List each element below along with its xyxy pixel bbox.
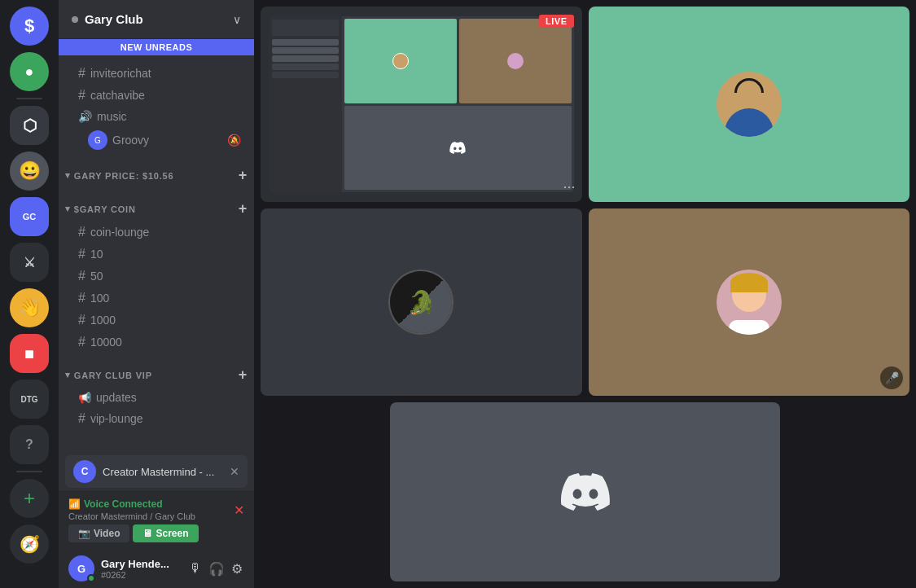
preview-main [342, 16, 574, 192]
channel-label: 10 [90, 248, 103, 261]
section-add-button[interactable]: + [239, 366, 248, 384]
channel-coin-lounge[interactable]: # coin-lounge [65, 222, 248, 243]
video-cam-icon: 📷 [78, 528, 90, 539]
video-button[interactable]: 📷 Video [68, 524, 129, 542]
server-icon-smiley[interactable]: 😀 [10, 151, 49, 191]
sidebar-divider-2 [16, 471, 42, 472]
dm-close-button[interactable]: ✕ [230, 465, 239, 478]
user-info: Gary Hende... #0262 [101, 558, 181, 580]
voice-channel-name: Creator Mastermind / Gary Club [68, 511, 195, 521]
server-icon-dtg[interactable]: DTG [10, 380, 49, 419]
channel-50[interactable]: # 50 [65, 265, 248, 287]
channel-hash-icon: # [78, 225, 85, 239]
explore-button[interactable]: 🧭 [10, 524, 49, 564]
voice-connected-info: 📶 Voice Connected Creator Mastermind / G… [68, 498, 195, 521]
server-header[interactable]: Gary Club ∨ [59, 0, 254, 39]
headset-arc [734, 78, 764, 93]
groovy-avatar: G [88, 130, 107, 150]
new-unreads-banner[interactable]: NEW UNREADS [59, 39, 254, 55]
section-header-left: ▾ $GARY COIN [65, 204, 136, 214]
channel-1000[interactable]: # 1000 [65, 309, 248, 331]
channel-hash-icon: # [78, 247, 85, 261]
user-controls: 🎙 🎧 ⚙ [187, 559, 244, 578]
channel-10[interactable]: # 10 [65, 244, 248, 265]
channel-label: 10000 [90, 336, 122, 349]
user-discriminator: #0262 [101, 570, 181, 580]
section-header-left: ▾ GARY CLUB VIP [65, 370, 152, 380]
preview-channel [272, 55, 339, 62]
server-icon-warrior[interactable]: ⚔ [10, 243, 49, 282]
section-label: GARY PRICE: $10.56 [74, 171, 174, 181]
deafen-button[interactable]: 🎧 [207, 559, 226, 578]
section-gary-coin[interactable]: ▾ $GARY COIN + [59, 187, 254, 221]
video-tile-headset [589, 7, 910, 202]
voice-connected-label: 📶 Voice Connected [68, 498, 195, 510]
server-icon-mystery[interactable]: ? [10, 425, 49, 464]
channel-label: updates [96, 391, 137, 404]
server-icon-green[interactable]: ● [10, 52, 49, 91]
user-panel: G Gary Hende... #0262 🎙 🎧 ⚙ [59, 549, 254, 588]
preview-header [272, 20, 339, 36]
user-avatar: G [68, 555, 94, 581]
preview-sidebar [269, 16, 342, 192]
preview-channel [272, 39, 339, 46]
screen-preview [269, 16, 574, 192]
blond-face-bg [717, 270, 782, 335]
section-label: $GARY COIN [74, 204, 136, 214]
screen-share-button[interactable]: 🖥 Screen [133, 524, 198, 542]
preview-thumb-discord [344, 106, 572, 191]
section-gary-price[interactable]: ▾ GARY PRICE: $10.56 + [59, 154, 254, 187]
channel-catchavibe[interactable]: # catchavibe [65, 85, 248, 106]
blond-avatar [717, 270, 782, 335]
channel-updates[interactable]: 📢 updates [65, 388, 248, 407]
announce-icon: 📢 [78, 392, 91, 404]
channel-10000[interactable]: # 10000 [65, 331, 248, 353]
discord-logo-svg [561, 467, 610, 516]
add-server-button[interactable]: + [10, 479, 49, 518]
section-collapse-icon: ▾ [65, 370, 71, 380]
mute-button[interactable]: 🎙 [187, 559, 204, 577]
server-icon-wave[interactable]: 👋 [10, 288, 49, 327]
channel-100[interactable]: # 100 [65, 287, 248, 309]
channel-inviteorchat[interactable]: # inviteorichat [65, 63, 248, 84]
server-name: Gary Club [85, 12, 143, 26]
server-icon-red-box[interactable]: ■ [10, 334, 49, 373]
mini-avatar [507, 53, 524, 69]
channel-panel: Gary Club ∨ NEW UNREADS # inviteorichat … [59, 0, 254, 588]
server-icon-gary-club[interactable]: GC [10, 197, 49, 236]
preview-thumb-green [344, 19, 457, 103]
section-gary-club-vip[interactable]: ▾ GARY CLUB VIP + [59, 353, 254, 387]
voice-connected-row: 📶 Voice Connected Creator Mastermind / G… [68, 498, 244, 521]
user-avatar-letter: G [77, 563, 85, 575]
sidebar-divider-1 [16, 98, 42, 99]
dm-notification[interactable]: C Creator Mastermind - ... ✕ [65, 455, 248, 488]
user-settings-button[interactable]: ⚙ [230, 559, 244, 578]
live-badge: LIVE [539, 15, 573, 28]
section-add-button[interactable]: + [239, 200, 248, 217]
disconnect-button[interactable]: ✕ [234, 502, 244, 518]
section-add-button[interactable]: + [239, 167, 248, 184]
channel-hash-icon: # [78, 269, 85, 283]
headset-avatar [717, 72, 782, 137]
channel-vip-lounge[interactable]: # vip-lounge [65, 408, 248, 429]
voice-controls: 📷 Video 🖥 Screen [68, 524, 244, 542]
server-icon-dark[interactable]: ⬡ [10, 106, 49, 145]
channel-label: inviteorichat [90, 67, 151, 80]
more-options-button[interactable]: ··· [563, 178, 575, 195]
mini-discord-logo [449, 142, 466, 154]
croc-avatar: 🐊 [388, 270, 454, 335]
channel-music[interactable]: 🔊 music [65, 107, 248, 126]
preview-thumb-brown [459, 19, 572, 103]
channel-label: coin-lounge [90, 226, 149, 239]
channel-hash-icon: # [78, 88, 85, 103]
mute-icon: 🔕 [227, 134, 241, 147]
channels-list: # inviteorichat # catchavibe 🔊 music G G… [59, 55, 254, 452]
channel-groovy[interactable]: G Groovy 🔕 [65, 127, 248, 153]
video-tile-screen-share: LIVE ··· [261, 7, 582, 202]
video-grid: LIVE ··· 🐊 [254, 0, 916, 588]
mini-avatar [392, 53, 409, 69]
channel-label: 100 [90, 292, 109, 305]
channel-hash-icon: # [78, 313, 85, 327]
dm-avatar: C [73, 460, 96, 483]
server-icon-dollar[interactable]: $ [10, 7, 49, 46]
